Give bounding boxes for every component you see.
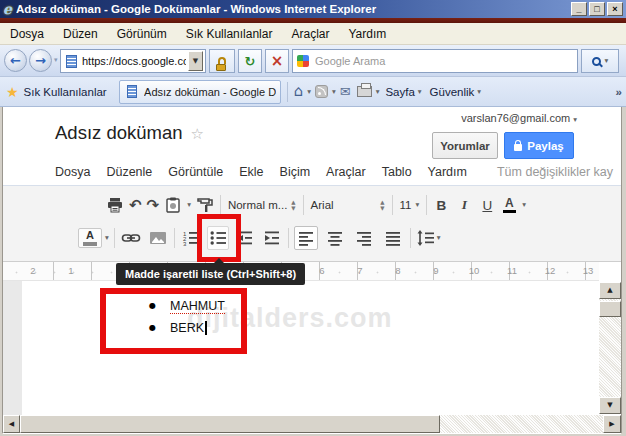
text-color-dropdown-icon[interactable]: ▾	[522, 201, 526, 209]
line-spacing-button[interactable]: ▾	[416, 226, 441, 250]
favorites-tab-current-page[interactable]: Adsız doküman - Google D...	[119, 80, 281, 104]
insert-link-button[interactable]	[120, 226, 142, 250]
paragraph-style-select[interactable]: Normal m... ▲▼	[226, 199, 298, 211]
align-left-button[interactable]	[294, 226, 318, 250]
separator	[392, 195, 393, 215]
ruler-number: 1	[68, 265, 73, 276]
ruler-number: 9	[433, 265, 438, 276]
docs-menu-duzenle[interactable]: Düzenle	[106, 165, 152, 179]
toolbar-overflow-chevron[interactable]: »	[616, 86, 622, 98]
justify-button[interactable]	[381, 226, 405, 250]
ie-menu-araclar[interactable]: Araçlar	[291, 27, 329, 41]
docs-menu-bicim[interactable]: Biçim	[280, 165, 311, 179]
url-field[interactable]: ▼	[60, 49, 206, 73]
toolbar-row-1: ↶ ↷ ▾ Normal m... ▲▼ Arial ▲▼ 11	[106, 191, 526, 219]
save-status: Tüm değişiklikler kay	[497, 165, 613, 179]
bold-button[interactable]: B	[432, 198, 450, 213]
docs-page: varslan76@gmail.com ▾ Adsız doküman☆ Yor…	[3, 107, 621, 434]
favorites-label[interactable]: Sık Kullanılanlar	[24, 86, 107, 98]
ie-menu-sik-kullanilanlar[interactable]: Sık Kullanılanlar	[186, 27, 273, 41]
document-title[interactable]: Adsız doküman☆	[55, 122, 204, 144]
highlight-color-button[interactable]: A ▾	[78, 226, 109, 250]
minimize-button[interactable]: _	[571, 2, 587, 16]
ie-menu-duzen[interactable]: Düzen	[63, 27, 98, 41]
security-dropdown-icon[interactable]: ▾	[477, 88, 481, 96]
scroll-left-button[interactable]: ◀	[3, 415, 20, 433]
ie-menu-yardim[interactable]: Yardım	[348, 27, 386, 41]
docs-menu-yardim[interactable]: Yardım	[428, 165, 467, 179]
print-button[interactable]	[106, 193, 124, 217]
docs-menu-goruntule[interactable]: Görüntüle	[168, 165, 223, 179]
page-menu[interactable]: Sayfa	[385, 86, 414, 98]
forward-button[interactable]: →	[29, 49, 52, 72]
clipboard-icon	[164, 196, 182, 214]
printer-icon	[106, 196, 124, 214]
ruler-number: 10	[469, 265, 480, 276]
search-dropdown-icon[interactable]: ▾	[605, 57, 609, 65]
italic-button[interactable]: I	[455, 197, 473, 213]
print-dropdown-icon[interactable]: ▾	[376, 88, 380, 96]
paste-button[interactable]	[164, 193, 182, 217]
font-select[interactable]: Arial ▲▼	[309, 199, 387, 211]
undo-button[interactable]: ↶	[129, 193, 142, 217]
docs-menu-ekle[interactable]: Ekle	[239, 165, 263, 179]
increase-indent-button[interactable]	[261, 226, 283, 250]
rss-icon[interactable]	[315, 85, 328, 98]
redo-button[interactable]: ↷	[147, 193, 160, 217]
security-menu[interactable]: Güvenlik	[430, 86, 475, 98]
close-button[interactable]: ×	[607, 2, 623, 16]
scrollbar-thumb[interactable]	[20, 415, 440, 433]
refresh-button[interactable]: ↻	[238, 49, 262, 73]
text-color-swatch	[503, 210, 516, 214]
search-button[interactable]: ▾	[581, 49, 619, 73]
maximize-button[interactable]: □	[589, 2, 605, 16]
ruler-number: 13	[583, 265, 594, 276]
ie-menu-dosya[interactable]: Dosya	[10, 27, 44, 41]
home-icon[interactable]: ⌂	[294, 84, 304, 99]
account-dropdown-icon[interactable]: ▾	[573, 115, 577, 124]
docs-menu-tablo[interactable]: Tablo	[382, 165, 412, 179]
mail-icon[interactable]: ✉	[340, 85, 351, 98]
rss-dropdown-icon[interactable]: ▾	[332, 88, 336, 96]
font-size-dropdown-icon: ▾	[416, 201, 420, 209]
scrollbar-thumb[interactable]	[599, 301, 621, 317]
vertical-scrollbar[interactable]: ▲ ▼	[599, 282, 621, 414]
page-dropdown-icon[interactable]: ▾	[418, 88, 422, 96]
align-right-button[interactable]	[352, 226, 376, 250]
insert-image-button[interactable]	[147, 226, 169, 250]
justify-icon	[384, 229, 402, 247]
text-color-button[interactable]: A	[501, 193, 517, 217]
url-dropdown-button[interactable]: ▼	[188, 51, 203, 71]
search-input[interactable]	[313, 54, 573, 68]
favorites-star-icon[interactable]: ★	[6, 85, 19, 99]
ie-menu-gorunum[interactable]: Görünüm	[117, 27, 167, 41]
stop-button[interactable]: ×	[265, 49, 289, 73]
horizontal-scrollbar[interactable]: ◀ ▶	[3, 415, 621, 433]
comments-button[interactable]: Yorumlar	[432, 132, 498, 159]
back-button[interactable]: ←	[4, 49, 27, 72]
svg-text:3: 3	[183, 241, 187, 247]
security-lock-button[interactable]	[209, 49, 235, 73]
ruler-number: 12	[545, 265, 556, 276]
paste-dropdown-icon[interactable]: ▾	[187, 201, 191, 209]
font-size-select[interactable]: 11 ▾	[398, 199, 422, 211]
url-input[interactable]	[80, 54, 188, 68]
scroll-right-button[interactable]: ▶	[603, 415, 621, 433]
share-button[interactable]: Paylaş	[504, 132, 574, 159]
home-dropdown-icon[interactable]: ▾	[307, 88, 311, 96]
search-box[interactable]	[292, 49, 578, 73]
underline-button[interactable]: U	[478, 198, 496, 213]
scroll-up-button[interactable]: ▲	[599, 282, 621, 299]
account-email[interactable]: varslan76@gmail.com ▾	[461, 112, 577, 124]
scroll-down-button[interactable]: ▼	[599, 397, 621, 414]
increase-indent-icon	[263, 229, 281, 247]
docs-menu-dosya[interactable]: Dosya	[55, 165, 90, 179]
print-icon[interactable]	[357, 86, 372, 97]
docs-menu-araclar[interactable]: Araçlar	[326, 165, 366, 179]
search-icon	[592, 57, 601, 66]
scrollbar-track[interactable]	[440, 415, 603, 433]
align-center-button[interactable]	[323, 226, 347, 250]
separator	[287, 82, 288, 102]
star-document-icon[interactable]: ☆	[191, 125, 204, 143]
history-dropdown-icon[interactable]: ▾	[54, 57, 58, 64]
